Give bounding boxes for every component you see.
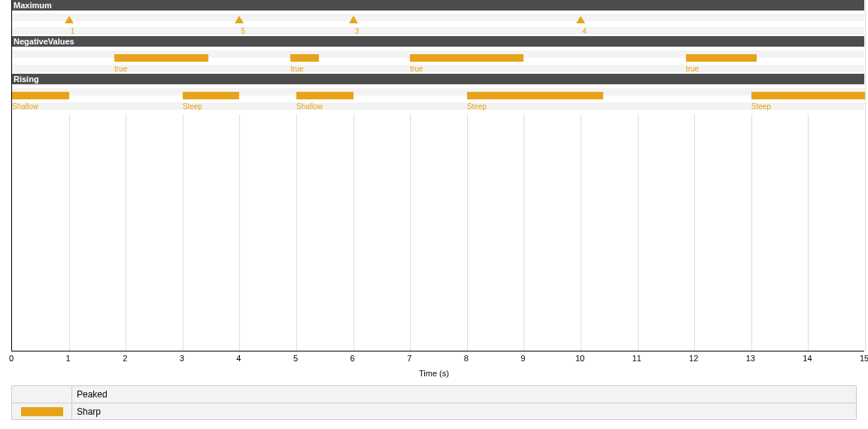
- interval-label: true: [290, 65, 303, 73]
- gridline: [865, 0, 866, 351]
- marker-triangle-icon: [577, 17, 584, 23]
- interval-label: true: [114, 65, 127, 73]
- interval-bar: [467, 92, 603, 99]
- interval-label: true: [686, 65, 699, 73]
- lane-stripe: [12, 65, 864, 72]
- interval-label: true: [410, 65, 423, 73]
- marker-triangle-icon: [65, 17, 73, 23]
- x-tick: 8: [464, 354, 469, 363]
- x-tick: 0: [9, 354, 14, 363]
- x-tick: 2: [123, 354, 127, 363]
- lane-stripe: [12, 14, 864, 21]
- lane-maximum: 1534: [12, 11, 864, 36]
- interval-bar: [686, 54, 757, 62]
- marker-triangle-icon: [350, 17, 357, 23]
- x-tick: 10: [575, 354, 584, 363]
- lane-title: Rising: [14, 75, 39, 84]
- x-tick: 4: [236, 354, 241, 363]
- legend-row: Sharp: [12, 403, 856, 419]
- x-tick: 1: [66, 354, 71, 363]
- x-tick: 6: [351, 354, 355, 363]
- x-tick: 9: [520, 354, 525, 363]
- interval-label: Shallow: [296, 102, 323, 111]
- interval-bar: [12, 92, 69, 99]
- x-tick: 7: [407, 354, 411, 363]
- interval-bar: [410, 54, 524, 62]
- marker-label: 1: [71, 27, 75, 35]
- legend-label: Sharp: [72, 403, 856, 419]
- lane-header-negativevalues: NegativeValues: [12, 36, 864, 47]
- legend-swatch: [21, 407, 63, 416]
- interval-bar: [290, 54, 319, 62]
- x-tick: 15: [860, 354, 868, 363]
- marker-triangle-icon: [235, 17, 243, 23]
- lane-rising: ShallowSteepShallowSteepSteep: [12, 84, 864, 114]
- lane-stripe: [12, 102, 864, 110]
- lane-stripe: [12, 88, 864, 96]
- legend-row: Peaked: [12, 386, 856, 403]
- x-tick: 5: [293, 354, 298, 363]
- interval-label: Steep: [751, 102, 771, 111]
- legend-swatch-cell: [12, 386, 72, 403]
- legend-label: Peaked: [72, 386, 856, 403]
- lane-negativevalues: truetruetruetrue: [12, 47, 864, 74]
- interval-bar: [296, 92, 354, 99]
- x-axis: 0123456789101112131415: [11, 354, 864, 364]
- marker-label: 5: [241, 27, 246, 35]
- lane-title: Maximum: [14, 1, 52, 10]
- lane-header-maximum: Maximum: [12, 0, 864, 11]
- legend: Peaked Sharp: [11, 385, 857, 420]
- marker-label: 4: [582, 27, 587, 35]
- x-axis-label: Time (s): [0, 369, 868, 378]
- x-tick: 3: [180, 354, 184, 363]
- interval-bar: [183, 92, 240, 99]
- interval-label: Steep: [183, 102, 202, 111]
- legend-swatch-cell: [12, 403, 72, 419]
- interval-bar: [751, 92, 865, 99]
- lane-header-rising: Rising: [12, 74, 864, 84]
- interval-label: Shallow: [12, 102, 38, 111]
- interval-bar: [114, 54, 208, 62]
- x-tick: 13: [746, 354, 755, 363]
- lane-stripe: [12, 27, 864, 35]
- interval-label: Steep: [467, 102, 487, 111]
- timeline-plot: Maximum 1534 NegativeValues truetruetrue…: [11, 0, 864, 351]
- marker-label: 3: [355, 27, 360, 35]
- x-tick: 12: [689, 354, 698, 363]
- x-tick: 11: [632, 354, 641, 363]
- x-tick: 14: [803, 354, 812, 363]
- lane-title: NegativeValues: [14, 37, 74, 46]
